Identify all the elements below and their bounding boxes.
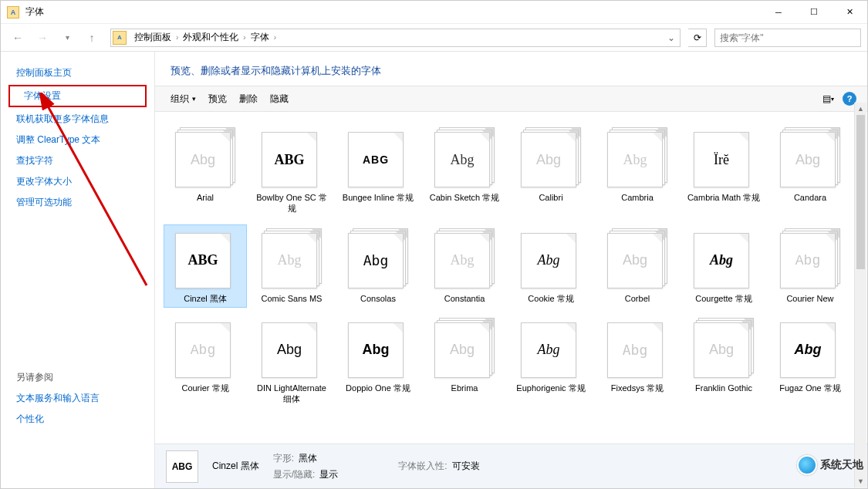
font-sample: Abg xyxy=(434,233,490,288)
preview-button[interactable]: 预览 xyxy=(202,89,233,109)
sidebar-item-home[interactable]: 控制面板主页 xyxy=(1,62,154,83)
font-item[interactable]: AbgConstantia xyxy=(424,225,505,307)
toolbar: 组织▾ 预览 删除 隐藏 ▤ ▾ ? xyxy=(155,86,867,112)
search-input[interactable] xyxy=(714,29,861,47)
font-thumbnail: Abg xyxy=(348,318,408,378)
font-label: Cookie 常规 xyxy=(528,293,573,304)
font-item[interactable]: ABGBungee Inline 常规 xyxy=(337,124,419,218)
font-sample: Abg xyxy=(780,322,836,378)
font-label: Courgette 常规 xyxy=(695,293,751,304)
font-item[interactable]: ÏrĕCambria Math 常规 xyxy=(683,124,765,218)
font-label: Ebrima xyxy=(451,383,478,393)
sidebar-item-text-services[interactable]: 文本服务和输入语言 xyxy=(1,388,154,409)
details-pane: ABG Cinzel 黑体 字形:黑体 显示/隐藏:显示 字体嵌入性:可安装 xyxy=(155,443,867,488)
font-item[interactable]: AbgFranklin Gothic xyxy=(683,315,765,408)
refresh-button[interactable]: ⟳ xyxy=(688,29,707,47)
font-grid: AbgArialABGBowlby One SC 常规ABGBungee Inl… xyxy=(164,124,858,407)
font-item[interactable]: AbgComic Sans MS xyxy=(251,225,333,307)
details-showhide-value: 显示 xyxy=(319,468,338,481)
font-label: Calibri xyxy=(539,192,562,203)
see-also-heading: 另请参阅 xyxy=(1,367,154,388)
font-item[interactable]: AbgCalibri xyxy=(510,124,592,218)
font-item[interactable]: ABGBowlby One SC 常规 xyxy=(251,124,333,218)
font-item[interactable]: AbgConsolas xyxy=(337,225,419,307)
font-item[interactable]: AbgCourier New xyxy=(769,225,851,307)
page-heading: 预览、删除或者显示和隐藏计算机上安装的字体 xyxy=(155,52,867,86)
font-label: Euphorigenic 常规 xyxy=(516,383,585,393)
font-grid-scroll[interactable]: AbgArialABGBowlby One SC 常规ABGBungee Inl… xyxy=(155,112,867,443)
font-item[interactable]: AbgDoppio One 常规 xyxy=(337,315,419,408)
sidebar-item-font-size[interactable]: 更改字体大小 xyxy=(1,171,154,192)
scroll-track[interactable] xyxy=(855,115,866,475)
details-thumbnail: ABG xyxy=(166,450,198,483)
details-showhide-label: 显示/隐藏: xyxy=(273,468,316,481)
back-button[interactable]: ← xyxy=(7,27,29,49)
font-thumbnail: Abg xyxy=(694,228,754,288)
font-item[interactable]: AbgFixedsys 常规 xyxy=(596,315,678,408)
organize-button[interactable]: 组织▾ xyxy=(164,89,202,109)
sidebar-item-optional-features[interactable]: 管理可选功能 xyxy=(1,192,154,213)
breadcrumb-appearance[interactable]: 外观和个性化 xyxy=(180,31,241,44)
delete-button[interactable]: 删除 xyxy=(233,89,264,109)
sidebar-item-personalization[interactable]: 个性化 xyxy=(1,409,154,430)
navbar: ← → ▾ ↑ A 控制面板 › 外观和个性化 › 字体 › ⌄ ⟳ xyxy=(1,24,867,52)
window: A 字体 ─ ☐ ✕ ← → ▾ ↑ A 控制面板 › 外观和个性化 › 字体 … xyxy=(0,0,868,489)
font-sample: Abg xyxy=(521,132,576,187)
font-item[interactable]: AbgEbrima xyxy=(424,315,505,408)
sidebar-item-online-fonts[interactable]: 联机获取更多字体信息 xyxy=(1,109,154,130)
font-item[interactable]: AbgCabin Sketch 常规 xyxy=(424,124,505,218)
window-title: 字体 xyxy=(25,5,761,19)
font-thumbnail: Abg xyxy=(434,318,495,378)
font-item[interactable]: AbgCandara xyxy=(769,124,851,218)
font-label: Consolas xyxy=(360,293,396,304)
font-thumbnail: Abg xyxy=(262,228,322,288)
sidebar-item-cleartype[interactable]: 调整 ClearType 文本 xyxy=(1,130,154,150)
details-name: Cinzel 黑体 xyxy=(212,460,259,473)
font-sample: Abg xyxy=(262,233,317,288)
scroll-up-button[interactable]: ▲ xyxy=(855,103,866,115)
font-sample: Abg xyxy=(607,132,663,187)
font-label: Courier New xyxy=(786,293,833,304)
font-thumbnail: Abg xyxy=(348,228,408,288)
font-item[interactable]: AbgCorbel xyxy=(596,225,678,307)
scroll-down-button[interactable]: ▼ xyxy=(855,475,866,487)
scroll-thumb[interactable] xyxy=(856,115,865,269)
sidebar-item-find-char[interactable]: 查找字符 xyxy=(1,150,154,171)
address-bar[interactable]: A 控制面板 › 外观和个性化 › 字体 › ⌄ xyxy=(110,29,681,47)
font-item[interactable]: AbgCambria xyxy=(596,124,678,218)
font-item[interactable]: AbgCourier 常规 xyxy=(164,315,246,408)
address-dropdown-button[interactable]: ⌄ xyxy=(664,32,678,43)
sidebar-item-font-settings[interactable]: 字体设置 xyxy=(8,85,147,107)
font-sample: Abg xyxy=(262,322,317,378)
font-item[interactable]: AbgEuphorigenic 常规 xyxy=(510,315,592,408)
font-sample: Abg xyxy=(694,322,749,378)
forward-button[interactable]: → xyxy=(32,27,53,49)
close-button[interactable]: ✕ xyxy=(832,1,867,24)
titlebar: A 字体 ─ ☐ ✕ xyxy=(1,1,867,24)
font-label: Constantia xyxy=(444,293,485,304)
minimize-button[interactable]: ─ xyxy=(761,1,796,24)
view-options-button[interactable]: ▤ ▾ xyxy=(819,90,836,107)
breadcrumb-control-panel[interactable]: 控制面板 xyxy=(131,31,174,44)
font-sample: Abg xyxy=(175,322,231,378)
breadcrumb-fonts[interactable]: 字体 xyxy=(248,31,272,44)
font-thumbnail: Abg xyxy=(780,318,840,378)
font-item[interactable]: AbgArial xyxy=(164,124,246,218)
recent-dropdown-button[interactable]: ▾ xyxy=(56,27,78,49)
font-label: Fugaz One 常规 xyxy=(779,383,840,393)
font-thumbnail: ABG xyxy=(262,127,322,187)
font-item[interactable]: ABGCinzel 黑体 xyxy=(164,225,246,307)
vertical-scrollbar[interactable]: ▲ ▼ xyxy=(854,103,866,487)
font-item[interactable]: AbgFugaz One 常规 xyxy=(769,315,851,408)
breadcrumb-separator-icon: › xyxy=(174,33,180,42)
font-item[interactable]: AbgCourgette 常规 xyxy=(683,225,765,307)
font-item[interactable]: AbgCookie 常规 xyxy=(510,225,592,307)
font-sample: Abg xyxy=(780,132,836,187)
font-thumbnail: Abg xyxy=(607,228,667,288)
font-item[interactable]: AbgDIN LightAlternate 细体 xyxy=(251,315,333,408)
hide-button[interactable]: 隐藏 xyxy=(264,89,295,109)
up-button[interactable]: ↑ xyxy=(81,27,103,49)
font-sample: Abg xyxy=(694,233,749,288)
maximize-button[interactable]: ☐ xyxy=(796,1,832,24)
font-sample: Abg xyxy=(348,233,404,288)
